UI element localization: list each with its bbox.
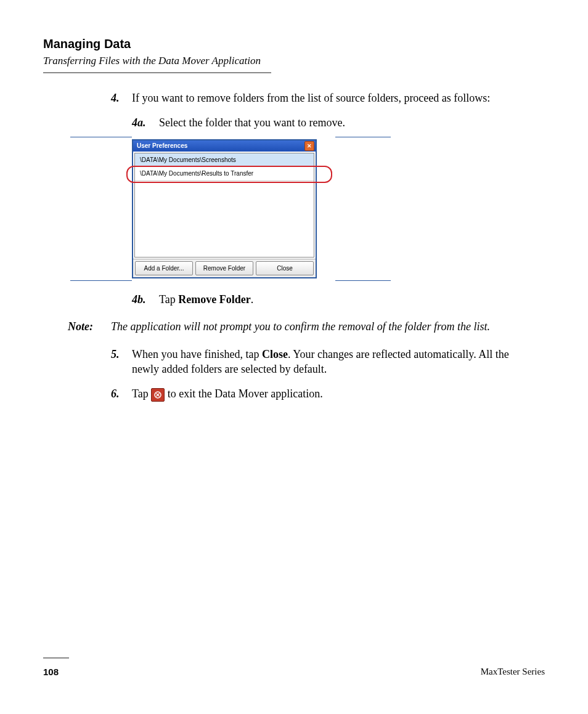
footer-rule <box>43 657 69 659</box>
screenshot-wrap: User Preferences ✕ \DATA\My Documents\Sc… <box>132 139 335 279</box>
step-text: If you want to remove folders from the l… <box>132 91 539 105</box>
window-title: User Preferences <box>137 142 187 150</box>
substep-number: 4a. <box>132 115 159 130</box>
step-6: 6. Tap to exit the Data Mover applicatio… <box>111 386 539 402</box>
body-column-lower: 5. When you have finished, tap Close. Yo… <box>111 347 539 402</box>
substep-number: 4b. <box>132 292 159 307</box>
text-prefix: Tap <box>132 387 151 400</box>
substep-text: Select the folder that you want to remov… <box>159 115 539 130</box>
close-button[interactable]: Close <box>256 261 314 276</box>
subtitle-rule <box>43 72 271 73</box>
step-number: 6. <box>111 386 132 402</box>
list-item[interactable]: \DATA\My Documents\Screenshots <box>135 153 314 168</box>
page-number: 108 <box>43 667 59 677</box>
remove-folder-button[interactable]: Remove Folder <box>195 261 253 276</box>
page: Managing Data Transferring Files with th… <box>0 0 588 714</box>
step-number: 5. <box>111 347 132 377</box>
guide-line <box>335 280 391 281</box>
step-text: Tap to exit the Data Mover application. <box>132 386 539 402</box>
step-number: 4. <box>111 91 132 105</box>
exit-app-icon <box>151 388 165 402</box>
window-titlebar: User Preferences ✕ <box>133 140 316 152</box>
text-suffix: . <box>251 293 254 306</box>
text-bold: Remove Folder <box>178 293 250 306</box>
step-text: When you have finished, tap Close. Your … <box>132 347 539 377</box>
note-label: Note: <box>68 319 111 334</box>
window-button-row: Add a Folder... Remove Folder Close <box>133 259 316 278</box>
guide-line <box>70 137 132 137</box>
series-label: MaxTester Series <box>481 667 545 677</box>
section-subtitle: Transferring Files with the Data Mover A… <box>43 55 261 70</box>
text-suffix: to exit the Data Mover application. <box>165 387 322 400</box>
text-prefix: Tap <box>159 293 178 306</box>
step-4b: 4b. Tap Remove Folder. <box>132 292 539 307</box>
body-column: 4. If you want to remove folders from th… <box>111 91 539 307</box>
footer: 108 MaxTester Series <box>43 667 545 677</box>
step-4a: 4a. Select the folder that you want to r… <box>132 115 539 130</box>
step-5: 5. When you have finished, tap Close. Yo… <box>111 347 539 377</box>
window-close-button[interactable]: ✕ <box>304 141 314 151</box>
close-icon: ✕ <box>307 142 312 150</box>
substep-text: Tap Remove Folder. <box>159 292 539 307</box>
add-folder-button[interactable]: Add a Folder... <box>135 261 193 276</box>
text-prefix: When you have finished, tap <box>132 348 262 360</box>
user-preferences-window: User Preferences ✕ \DATA\My Documents\Sc… <box>132 139 317 279</box>
section-title: Managing Data <box>43 37 545 51</box>
note-text: The application will not prompt you to c… <box>111 319 539 334</box>
list-item[interactable]: \DATA\My Documents\Results to Transfer <box>135 167 314 181</box>
text-bold: Close <box>262 348 288 360</box>
note-block: Note: The application will not prompt yo… <box>68 319 539 334</box>
guide-line <box>335 137 391 137</box>
step-4: 4. If you want to remove folders from th… <box>111 91 539 105</box>
guide-line <box>70 280 132 281</box>
folder-listbox[interactable]: \DATA\My Documents\Screenshots \DATA\My … <box>134 153 314 258</box>
